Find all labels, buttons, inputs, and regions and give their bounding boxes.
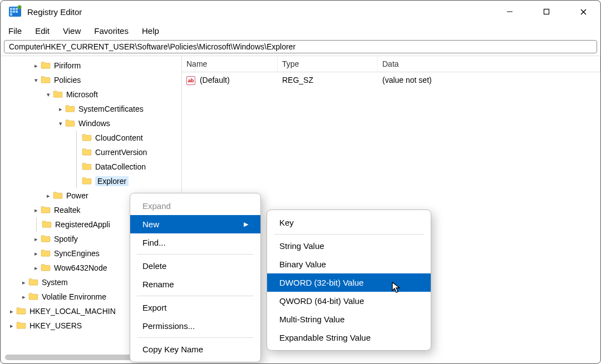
svg-rect-5 xyxy=(13,11,15,13)
folder-icon xyxy=(65,119,78,128)
tree-node[interactable]: DataCollection xyxy=(1,159,181,174)
folder-icon xyxy=(53,191,66,201)
cell-type: REG_SZ xyxy=(278,72,378,88)
tree-node-label: Wow6432Node xyxy=(54,263,107,272)
tree-node-label: Microsoft xyxy=(66,90,98,99)
col-header-data[interactable]: Data xyxy=(378,56,600,72)
maximize-button[interactable] xyxy=(534,3,559,21)
context-menu-item[interactable]: Export xyxy=(130,298,260,317)
close-button[interactable] xyxy=(570,3,596,21)
folder-icon xyxy=(41,206,54,215)
col-header-name[interactable]: Name xyxy=(182,56,278,72)
context-menu-item-label: Expand xyxy=(142,201,171,211)
chevron-right-icon[interactable]: ▸ xyxy=(32,236,41,243)
folder-icon xyxy=(16,321,29,331)
minimize-button[interactable] xyxy=(497,3,523,21)
svg-rect-1 xyxy=(10,8,12,10)
tree-node[interactable]: ▾Windows xyxy=(1,116,181,131)
list-header: Name Type Data xyxy=(182,56,600,72)
context-menu-item-label: Key xyxy=(279,218,294,227)
chevron-right-icon[interactable]: ▸ xyxy=(32,250,41,257)
chevron-right-icon[interactable]: ▸ xyxy=(32,207,41,214)
tree-node-label: RegisteredAppli xyxy=(55,220,110,229)
context-menu-item: Expand xyxy=(130,197,260,215)
context-menu-item[interactable]: Multi-String Value xyxy=(267,310,431,328)
string-value-icon: ab xyxy=(186,76,195,85)
svg-rect-10 xyxy=(544,9,549,14)
context-menu-item-label: Find... xyxy=(142,238,166,247)
chevron-down-icon[interactable]: ▾ xyxy=(56,120,65,127)
folder-icon xyxy=(42,220,55,230)
context-menu-item[interactable]: Find... xyxy=(130,233,260,252)
tree-node[interactable]: ▸SystemCertificates xyxy=(1,102,181,116)
folder-icon xyxy=(82,162,95,172)
tree-node-label: Spotify xyxy=(54,235,78,243)
horizontal-scrollbar[interactable] xyxy=(5,353,596,361)
chevron-right-icon[interactable]: ▸ xyxy=(32,265,41,272)
tree-node[interactable]: Explorer xyxy=(1,174,181,188)
menu-edit[interactable]: Edit xyxy=(35,26,50,36)
list-row[interactable]: ab (Default) REG_SZ (value not set) xyxy=(182,72,600,88)
context-submenu-new[interactable]: KeyString ValueBinary ValueDWORD (32-bit… xyxy=(267,210,431,351)
menu-favorites[interactable]: Favorites xyxy=(94,26,129,36)
context-menu-item-label: QWORD (64-bit) Value xyxy=(279,296,364,306)
cell-data: (value not set) xyxy=(378,72,600,88)
context-menu-item-label: Copy Key Name xyxy=(142,345,203,354)
menu-separator xyxy=(137,254,254,255)
tree-node-label: DataCollection xyxy=(95,162,146,171)
context-menu-item-label: Export xyxy=(142,303,166,312)
chevron-right-icon[interactable]: ▸ xyxy=(7,322,16,330)
context-menu-item-label: Permissions... xyxy=(142,321,195,331)
svg-rect-2 xyxy=(13,8,15,10)
chevron-right-icon[interactable]: ▸ xyxy=(19,279,28,286)
chevron-right-icon[interactable]: ▸ xyxy=(44,192,53,200)
context-menu-item-label: Multi-String Value xyxy=(279,315,344,324)
folder-icon xyxy=(41,263,54,273)
folder-icon xyxy=(65,104,78,114)
chevron-right-icon[interactable]: ▸ xyxy=(32,62,41,69)
tree-node-label: Piriform xyxy=(54,61,81,70)
menu-view[interactable]: View xyxy=(63,26,81,36)
context-menu-item[interactable]: Delete xyxy=(130,257,260,275)
context-menu-item-label: DWORD (32-bit) Value xyxy=(279,278,363,287)
context-menu-item[interactable]: Key xyxy=(267,213,431,232)
chevron-right-icon[interactable]: ▸ xyxy=(56,106,65,113)
tree-node[interactable]: ▸Piriform xyxy=(1,58,181,73)
scrollbar-thumb[interactable] xyxy=(5,355,135,360)
tree-node[interactable]: CloudContent xyxy=(1,131,181,145)
menu-file[interactable]: File xyxy=(8,26,22,36)
context-menu-item[interactable]: Copy Key Name xyxy=(130,340,260,358)
context-menu-item[interactable]: Binary Value xyxy=(267,255,431,273)
chevron-right-icon[interactable]: ▸ xyxy=(19,293,28,301)
svg-rect-7 xyxy=(10,13,12,16)
tree-node[interactable]: CurrentVersion xyxy=(1,145,181,159)
context-menu-item[interactable]: Expandable String Value xyxy=(267,328,431,347)
folder-icon xyxy=(28,292,42,302)
context-menu-item-label: String Value xyxy=(279,241,324,251)
folder-icon xyxy=(16,307,29,316)
tree-node-label: Realtek xyxy=(54,206,80,215)
tree-node[interactable]: ▾Policies xyxy=(1,73,181,87)
menu-help[interactable]: Help xyxy=(142,26,159,36)
folder-icon xyxy=(41,249,54,258)
context-menu-item[interactable]: New▶ xyxy=(130,215,260,233)
tree-node-label: SyncEngines xyxy=(54,249,100,258)
chevron-down-icon[interactable]: ▾ xyxy=(32,77,41,84)
tree-node-label: Windows xyxy=(78,119,110,128)
folder-icon xyxy=(41,76,54,85)
context-menu-item[interactable]: Permissions... xyxy=(130,317,260,335)
context-menu-item[interactable]: String Value xyxy=(267,237,431,255)
folder-icon xyxy=(28,278,42,287)
menubar: File Edit View Favorites Help xyxy=(1,23,600,40)
chevron-down-icon[interactable]: ▾ xyxy=(44,91,53,98)
context-menu[interactable]: ExpandNew▶Find...DeleteRenameExportPermi… xyxy=(130,193,261,362)
context-menu-item[interactable]: DWORD (32-bit) Value xyxy=(267,273,431,292)
tree-node[interactable]: ▾Microsoft xyxy=(1,87,181,102)
context-menu-item[interactable]: QWORD (64-bit) Value xyxy=(267,292,431,310)
col-header-type[interactable]: Type xyxy=(278,56,378,72)
menu-separator xyxy=(274,234,424,235)
address-bar[interactable]: Computer\HKEY_CURRENT_USER\Software\Poli… xyxy=(4,40,597,53)
context-menu-item[interactable]: Rename xyxy=(130,275,260,293)
chevron-right-icon[interactable]: ▸ xyxy=(7,308,16,315)
tree-node-label: SystemCertificates xyxy=(78,104,144,113)
